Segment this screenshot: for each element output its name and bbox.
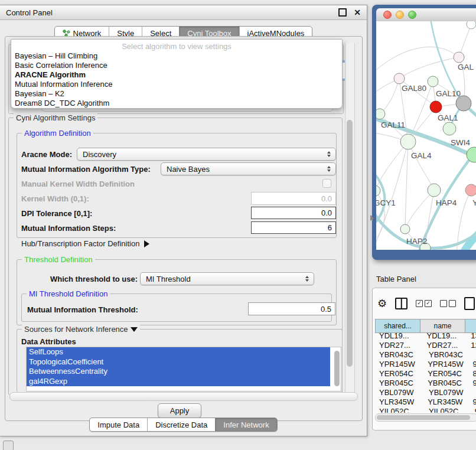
table-row[interactable]: YER054CYER054C8. [375,369,476,379]
tab-discretize-data[interactable]: Discretize Data [147,418,215,431]
tab-infer-network[interactable]: Infer Network [215,418,276,431]
float-window-icon[interactable] [338,8,347,17]
list-scrollbar-thumb[interactable] [334,351,340,386]
node-label: HAP4 [436,198,457,207]
network-window-titlebar [376,8,476,22]
mi-type-combobox[interactable]: Naive Bayes [161,162,336,175]
mi-threshold-definition-legend: MI Threshold Definition [27,289,110,298]
network-node[interactable] [428,76,438,87]
table-row[interactable]: YDR27...YDR27...12 [375,341,476,350]
table-row[interactable]: YBL079WYBL079W [375,388,476,397]
node-label: Y [472,198,476,207]
table-row[interactable]: YIL052CYIL052C9 [375,407,476,413]
network-edge[interactable] [408,142,434,190]
table-row[interactable]: YPR145WYPR145W9. [375,360,476,369]
algorithm-option[interactable]: ARACNE Algorithm [11,70,342,80]
algorithm-definition-legend: Algorithm Definition [22,129,93,138]
table-row[interactable]: YBR045CYBR045C9. [375,379,476,388]
settings-vertical-scrollbar[interactable] [345,43,355,393]
table-cell: YDL19... [422,331,466,341]
network-node[interactable] [400,224,410,234]
disclosure-down-icon [131,327,138,332]
table-cell: YDL19... [375,331,422,341]
minimize-traffic-light[interactable] [396,11,404,19]
network-node[interactable] [376,185,380,196]
manual-kernel-label: Manual Kernel Width Definition [21,180,135,188]
data-attribute-item[interactable]: gal4RGexp [27,377,330,387]
algorithm-option[interactable]: Bayesian – Hill Climbing [11,51,342,61]
network-edge[interactable] [380,79,399,114]
table-cell: YDR27... [422,341,466,350]
network-canvas[interactable]: GALGAL80GAL10GAL11GAL1SWI4GAL4GCY1HAP4YH… [376,21,476,250]
apply-button[interactable]: Apply [158,403,201,418]
network-node[interactable] [394,73,405,84]
network-node[interactable] [376,109,385,119]
gear-icon[interactable]: ⚙ [377,298,387,309]
network-edge[interactable] [405,142,408,229]
network-node[interactable] [467,21,476,29]
table-cell: YPR145W [375,360,423,369]
which-threshold-value: MI Threshold [146,275,191,283]
aracne-mode-value: Discovery [83,150,116,159]
table-cell [470,388,475,397]
data-attribute-item[interactable]: TopologicalCoefficient [27,357,330,367]
tab-label: Discretize Data [155,420,207,429]
columns-icon[interactable] [395,298,407,309]
node-label: GAL4 [411,151,432,160]
table-cell: YBR045C [423,379,468,388]
manual-kernel-checkbox[interactable] [322,179,331,188]
table-cell: YIL052C [375,407,424,413]
cyni-algorithm-settings-legend: Cyni Algorithm Settings [14,113,97,122]
tab-impute-data[interactable]: Impute Data [90,418,147,431]
algorithm-option[interactable]: Dream8 DC_TDC Algorithm [11,99,342,108]
network-node[interactable] [443,122,456,135]
table-row[interactable]: YDL19...YDL19...13 [375,331,476,341]
mi-threshold-field[interactable]: 0.5 [248,302,335,315]
algorithm-option[interactable]: Mutual Information Inference [11,80,342,89]
close-traffic-light[interactable] [383,11,392,19]
select-all-columns-icon[interactable]: ✓✓ [416,300,432,307]
algorithm-option[interactable]: Bayesian – K2 [11,89,342,99]
network-node[interactable] [465,184,476,196]
algorithm-dropdown-popup: Select algorithm to view settings Bayesi… [11,39,343,109]
algorithm-option[interactable]: Basic Correlation Inference [11,61,342,70]
close-icon[interactable]: ✕ [354,8,361,17]
table-cell: 13 [466,331,476,341]
network-node[interactable] [428,184,441,197]
kernel-width-label: Kernel Width (0,1): [21,194,89,203]
network-node[interactable] [400,134,416,149]
network-node[interactable] [454,52,464,63]
scrollbar-thumb[interactable] [377,415,470,420]
which-threshold-combobox[interactable]: MI Threshold [140,272,314,285]
sources-legend[interactable]: Sources for Network Inference [22,325,140,334]
settings-horizontal-scrollbar[interactable] [9,392,358,401]
deselect-all-columns-icon[interactable] [440,300,456,307]
dpi-tolerance-label: DPI Tolerance [0,1]: [21,209,92,218]
table-cell: YER054C [375,369,423,379]
network-edge[interactable] [399,57,459,79]
aracne-mode-combobox[interactable]: Discovery [77,148,336,161]
table-cell: YIL052C [424,407,470,413]
hub-definition-disclosure[interactable]: Hub/Transcription Factor Definition [21,239,149,248]
kernel-width-field[interactable]: 0.0 [251,192,336,205]
sources-legend-text: Sources for Network Inference [24,325,128,334]
data-attribute-item[interactable]: BetweennessCentrality [27,367,330,377]
zoom-traffic-light[interactable] [408,11,416,19]
table-cell: 9 [470,407,476,413]
mouse-cursor [370,215,376,222]
which-threshold-label: Which threshold to use: [50,275,138,283]
table-row[interactable]: YLR345WYLR345W9. [375,397,476,407]
table-cell: YLR345W [375,397,423,407]
control-panel-window: Control Panel ✕ NetworkStyleSelectCyni T… [0,5,367,436]
table-row[interactable]: YBR043CYBR043C [375,350,476,360]
mi-steps-field[interactable]: 6 [251,221,336,234]
table-cell: YLR345W [423,397,468,407]
network-node[interactable] [430,101,442,113]
scrollbar-thumb[interactable] [347,120,353,367]
dpi-tolerance-field[interactable]: 0.0 [251,207,336,219]
data-attribute-item[interactable]: SelfLoops [27,347,330,357]
table-cell: 9. [468,397,476,407]
table-horizontal-scrollbar[interactable] [375,413,476,422]
export-table-icon[interactable] [464,297,475,310]
minimized-panel-button[interactable] [3,441,14,450]
